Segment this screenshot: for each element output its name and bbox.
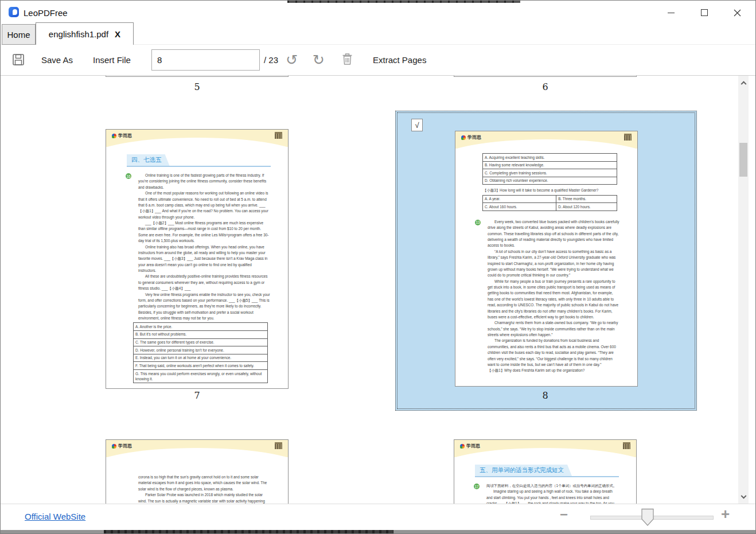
option-cell: D. About 120 hours.	[556, 203, 617, 211]
undo-icon[interactable]: ↺	[286, 49, 298, 70]
scroll-down-button[interactable]	[738, 492, 749, 502]
app-logo-icon	[9, 7, 19, 17]
section-title: 五、用单词的适当形式完成短文	[475, 464, 619, 477]
thumbnail-page-9[interactable]: 学而思 corona is so high that the sun's gra…	[106, 439, 289, 504]
thumbnail-page-10[interactable]: 学而思 五、用单词的适当形式完成短文 17 阅读下面材料，在空白处填入适当的内容…	[454, 439, 637, 504]
official-website-link[interactable]: Official WebSite	[25, 512, 85, 521]
question-number-badge: 17	[474, 484, 480, 489]
option-row: A. Acquiring excellent teaching skills.	[483, 154, 617, 162]
option-row: C. The same goes for different types of …	[134, 339, 267, 347]
thumbnail-page-8-selected[interactable]: √ 学而思 A. Acquiring excellent teaching sk…	[395, 111, 697, 411]
tab-bar: Home englishfish1.pdf X	[1, 22, 755, 45]
scroll-up-button[interactable]	[738, 77, 749, 87]
scrollbar-thumb[interactable]	[739, 143, 747, 177]
close-button[interactable]	[724, 3, 750, 22]
close-icon	[734, 9, 741, 17]
paragraph: Parker Solar Probe was launched in 2018 …	[138, 492, 270, 504]
page-label-7: 7	[106, 390, 289, 401]
option-row: G. This means you could perform exercise…	[134, 370, 267, 383]
options-grid-table: A. A year. B. Three months. C. About 160…	[482, 195, 617, 211]
paragraph: Imagine staring up and seeing a high wal…	[486, 489, 618, 504]
page8-text: 13 Every week, two converted blue buses …	[488, 219, 619, 374]
delete-page-icon[interactable]	[342, 53, 353, 65]
page-number-input[interactable]	[151, 49, 260, 71]
maximize-icon	[701, 9, 708, 16]
option-row: D. Obtaining rich volunteer experience.	[483, 177, 617, 185]
options-table: A. Another is the price. B. But it's not…	[133, 322, 268, 383]
building-icon	[623, 442, 630, 449]
toolbar: Save As Insert File / 23 ↺ ↻ Extract Pag…	[1, 45, 755, 76]
page-label-5: 5	[106, 81, 289, 92]
option-row: A. A year. B. Three months.	[483, 196, 617, 204]
question-intro: 17 阅读下面材料，在空白处填入适当的内容（1个单词）或括号内单词的正确形式。	[486, 483, 618, 489]
page-label-6: 6	[454, 81, 637, 92]
paragraph: One of the most popular reasons for work…	[138, 190, 270, 220]
tab-document[interactable]: englishfish1.pdf X	[36, 22, 134, 45]
option-row: B. Having some relevant knowledge.	[483, 162, 617, 170]
section-title-text: 四、七选五	[127, 154, 170, 166]
zoom-out-button[interactable]: −	[560, 506, 568, 523]
brand-logo: 学而思	[112, 443, 132, 449]
background-window-dark-segment	[104, 530, 393, 533]
paragraph: All these are undoubtedly positive-onlin…	[138, 274, 270, 291]
brand-text: 学而思	[118, 132, 132, 139]
option-cell: C. About 160 hours.	[483, 203, 556, 211]
tab-home[interactable]: Home	[2, 24, 36, 45]
page7-header: 学而思	[106, 130, 288, 147]
tab-home-label: Home	[7, 30, 30, 40]
brand-text: 学而思	[118, 443, 132, 449]
insert-file-button[interactable]: Insert File	[93, 55, 131, 65]
paragraph: Very few online fitness programs enable …	[138, 292, 270, 322]
zoom-slider-thumb[interactable]	[641, 508, 654, 527]
brand-pin-icon	[112, 134, 116, 138]
tab-close-icon[interactable]: X	[115, 29, 120, 39]
page-label-8: 8	[454, 390, 637, 401]
thumbnail-page-7[interactable]: 学而思 四、七选五 16 Online training is one of t…	[106, 129, 289, 389]
section-title-text: 五、用单词的适当形式完成短文	[475, 465, 572, 476]
app-window: LeoPDFree Home englishfish1.pdf X Save A…	[0, 0, 756, 534]
page10-header: 学而思	[454, 440, 636, 457]
paragraph: While for many people a bus or train jou…	[488, 279, 619, 321]
chevron-up-icon	[741, 81, 746, 87]
paragraph: Charmarghz rents them from a state-owned…	[488, 320, 619, 338]
thumbnail-page-5[interactable]	[106, 76, 289, 77]
building-icon	[624, 134, 632, 141]
maximize-button[interactable]	[691, 3, 718, 22]
option-row: B. But it's not without problems.	[134, 331, 267, 339]
page-total-label: / 23	[264, 55, 278, 65]
thumbnail-page-6[interactable]	[454, 76, 637, 77]
page10-text: 17 阅读下面材料，在空白处填入适当的内容（1个单词）或括号内单词的正确形式。 …	[486, 483, 618, 504]
thumbnail-grid: 5 6 学而思 四、七选五 16 Online training is one …	[1, 76, 755, 504]
title-bar: LeoPDFree	[1, 3, 755, 22]
status-bar: Official WebSite − +	[1, 504, 755, 531]
paragraph: The organization is funded by donations …	[488, 338, 619, 368]
option-row: C. About 160 hours. D. About 120 hours.	[483, 203, 617, 211]
chevron-down-icon	[741, 493, 746, 498]
option-row: D. However, online personal training isn…	[134, 346, 267, 354]
save-icon[interactable]	[13, 54, 24, 65]
brand-pin-icon	[112, 444, 116, 449]
vertical-scrollbar[interactable]	[738, 76, 749, 504]
redo-icon[interactable]: ↻	[313, 49, 325, 70]
option-row: A. Another is the price.	[134, 323, 267, 331]
brand-text: 学而思	[467, 134, 481, 141]
save-as-button[interactable]: Save As	[41, 55, 73, 65]
zoom-in-button[interactable]: +	[721, 505, 730, 523]
app-title: LeoPDFree	[24, 8, 68, 18]
minimize-button[interactable]	[658, 3, 684, 22]
paragraph: Online training is one of the fastest gr…	[138, 173, 270, 190]
brand-text: 学而思	[466, 443, 480, 449]
thumbnail-page-8[interactable]: 学而思 A. Acquiring excellent teaching skil…	[455, 131, 638, 387]
extract-pages-button[interactable]: Extract Pages	[373, 55, 426, 65]
option-row: E. Instead, you can turn it on at home a…	[134, 354, 267, 363]
option-cell: B. Three months.	[556, 196, 617, 203]
brand-logo: 学而思	[461, 134, 481, 141]
minimize-icon	[668, 13, 675, 13]
page9-text: corona is so high that the sun's gravity…	[138, 474, 270, 504]
page-checkbox[interactable]: √	[411, 119, 423, 131]
building-icon	[275, 442, 282, 449]
option-row: F. That being said, online workouts aren…	[134, 362, 267, 370]
page9-header: 学而思	[106, 440, 288, 457]
paragraph: “A lot of schools in our city don't have…	[488, 249, 619, 279]
question-number-badge: 16	[126, 173, 131, 179]
